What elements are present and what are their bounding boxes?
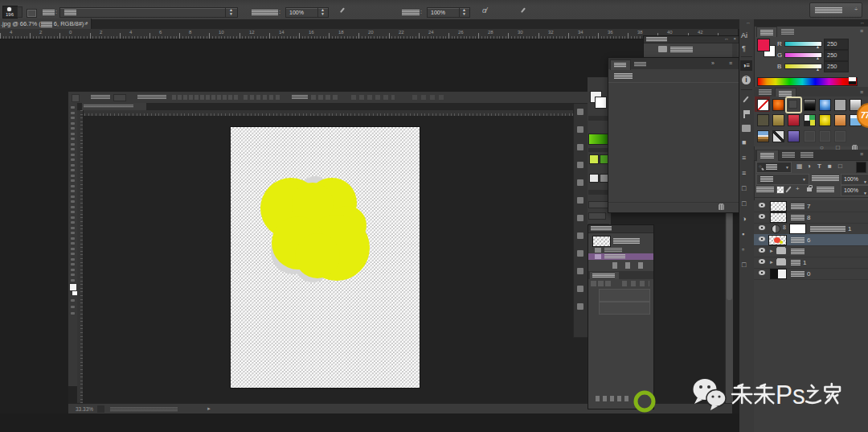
svg-text:Ps: Ps — [776, 379, 805, 409]
